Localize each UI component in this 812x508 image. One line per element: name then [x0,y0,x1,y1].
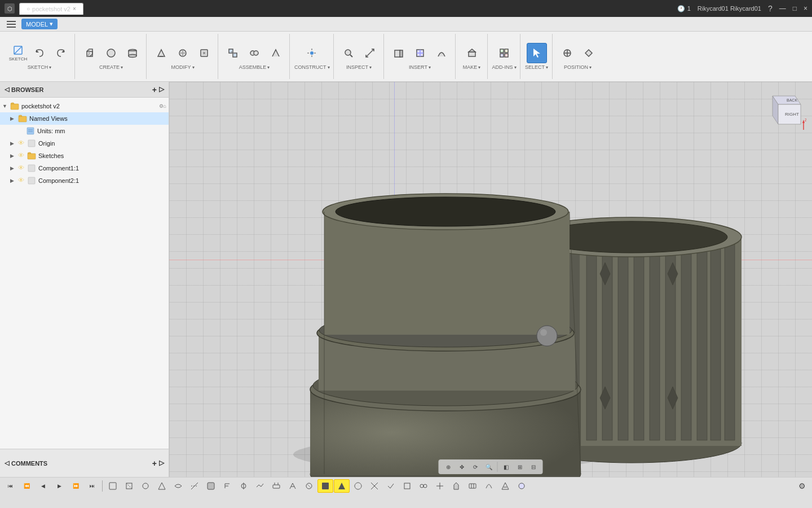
tab-close-button[interactable]: × [73,6,76,12]
select-label[interactable]: SELECT ▾ [525,64,548,70]
comments-collapse-icon[interactable]: ◁ [5,459,9,467]
bt22[interactable] [448,479,464,493]
inspect-btn2[interactable] [360,43,380,63]
settings-btn[interactable]: ⚙ [794,479,810,493]
bt20[interactable] [416,479,431,493]
modify-btn3[interactable] [194,43,214,63]
bt8[interactable] [219,479,235,493]
app-menu-icon[interactable] [2,18,20,30]
create-label[interactable]: CREATE ▾ [99,64,123,70]
inspect-label[interactable]: INSPECT ▾ [346,64,372,70]
assemble-btn1[interactable] [223,43,243,63]
comp2-eye-icon[interactable]: 👁 [18,177,26,185]
bt6[interactable] [187,479,202,493]
bt13[interactable] [301,479,317,493]
viewport-zoom-btn[interactable]: 🔍 [483,461,495,473]
play-fwd-btn[interactable]: ▶ [51,479,67,493]
bt14-active[interactable] [317,479,333,493]
tree-origin[interactable]: ▶ 👁 Origin [0,137,169,150]
undo-btn[interactable] [29,43,50,63]
bt9[interactable] [236,479,251,493]
make-label[interactable]: MAKE ▾ [463,64,481,70]
document-tab[interactable]: ○ pocketshot v2 × [19,3,83,15]
sketch-tool-btn[interactable]: SKETCH [8,43,28,63]
bt12[interactable] [285,479,301,493]
play-fast-btn[interactable]: ⏩ [68,479,83,493]
bt16[interactable] [350,479,366,493]
bt23[interactable] [465,479,480,493]
tree-component2[interactable]: ▶ 👁 Component2:1 [0,174,169,187]
bt1[interactable] [105,479,121,493]
bt15-active[interactable] [334,479,350,493]
bt26[interactable] [514,479,529,493]
insert-btn2[interactable] [410,43,430,63]
comp1-eye-icon[interactable]: 👁 [18,164,26,172]
bt3[interactable] [138,479,153,493]
addins-btn1[interactable] [494,43,514,63]
tree-sketches[interactable]: ▶ 👁 Sketches [0,150,169,162]
bt7[interactable] [203,479,219,493]
orientation-cube[interactable]: RIGHT BACK Z [761,87,806,133]
bt17[interactable] [367,479,382,493]
assemble-btn3[interactable] [266,43,286,63]
bt11[interactable] [268,479,284,493]
close-icon[interactable]: × [804,5,807,12]
bt5[interactable] [170,479,186,493]
construct-label[interactable]: CONSTRUCT ▾ [294,64,330,70]
inspect-btn1[interactable] [338,43,359,63]
position-label[interactable]: POSITION ▾ [564,64,592,70]
play-start-btn[interactable]: ⏮ [2,479,18,493]
play-prev-btn[interactable]: ⏪ [19,479,34,493]
viewport-display-btn[interactable]: ◧ [500,461,513,473]
modify-btn2[interactable] [173,43,193,63]
user-info[interactable]: Rikycard01 Rikycard01 [698,5,761,12]
viewport-more-btn[interactable]: ⊟ [527,461,540,473]
assemble-label[interactable]: ASSEMBLE ▾ [239,64,270,70]
tree-component1[interactable]: ▶ 👁 Component1:1 [0,162,169,174]
create-cyl-btn[interactable] [122,43,143,63]
redo-btn[interactable] [51,43,71,63]
bt19[interactable] [399,479,415,493]
minimize-icon[interactable]: — [779,5,786,12]
modify-label[interactable]: MODIFY ▾ [171,64,195,70]
construct-btn1[interactable] [302,43,322,63]
origin-eye-icon[interactable]: 👁 [18,139,26,147]
comments-add-icon[interactable]: + [152,459,157,468]
sketches-eye-icon[interactable]: 👁 [18,152,26,160]
make-btn1[interactable] [462,43,482,63]
bt2[interactable] [121,479,137,493]
root-settings-icon[interactable]: ⚙ [159,103,164,109]
insert-btn1[interactable] [389,43,409,63]
tree-root[interactable]: ▼ pocketshot v2 ⚙ ⌂ [0,100,169,112]
assemble-btn2[interactable] [244,43,264,63]
position-btn1[interactable] [557,43,577,63]
bt21[interactable] [432,479,448,493]
create-box-btn[interactable] [80,43,100,63]
play-back-btn[interactable]: ◀ [35,479,51,493]
select-btn1[interactable] [527,43,547,63]
play-end-btn[interactable]: ⏭ [84,479,100,493]
viewport-pan-btn[interactable]: ✥ [456,461,468,473]
addins-label[interactable]: ADD-INS ▾ [492,64,517,70]
bt18[interactable] [383,479,399,493]
model-menu[interactable]: MODEL ▾ [21,19,58,29]
position-btn2[interactable] [579,43,599,63]
insert-btn3[interactable] [431,43,452,63]
viewport-orbit-btn[interactable]: ⟳ [469,461,482,473]
tree-named-views[interactable]: ▶ Named Views [0,112,169,125]
bt4[interactable] [154,479,170,493]
viewport-origin-btn[interactable]: ⊕ [442,461,454,473]
help-icon[interactable]: ? [768,4,773,13]
sketch-label[interactable]: SKETCH ▾ [28,64,52,70]
modify-btn1[interactable] [151,43,171,63]
browser-collapse-icon[interactable]: ◁ [5,86,9,93]
viewport[interactable]: RIGHT BACK Z ⊕ ✥ ⟳ 🔍 ◧ ⊞ ⊟ [169,82,812,477]
bt10[interactable] [252,479,268,493]
create-shape-btn[interactable] [101,43,121,63]
maximize-icon[interactable]: □ [793,5,797,12]
browser-add-icon[interactable]: + [152,85,157,94]
browser-expand-icon[interactable]: ▷ [159,85,164,94]
bt24[interactable] [481,479,497,493]
insert-label[interactable]: INSERT ▾ [409,64,431,70]
comments-expand-icon[interactable]: ▷ [159,459,164,468]
